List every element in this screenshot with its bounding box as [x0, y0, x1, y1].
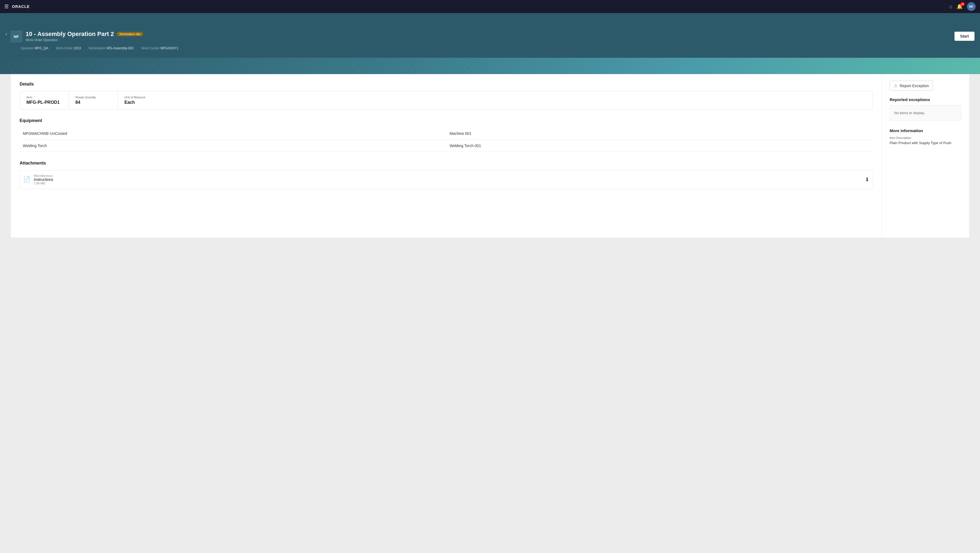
warning-icon: ⚠: [894, 83, 897, 88]
page-background: ‹ MF 10 - Assembly Operation Part 2 Work…: [0, 13, 980, 553]
more-information-title: More information: [889, 128, 961, 133]
attachment-info: Miscellaneous Instructions 2.98 MB: [34, 174, 865, 185]
main-container: Details Item MFG-PL-PROD1 Ready Quantity…: [11, 74, 969, 237]
attachment-file-icon: 📄: [23, 176, 30, 183]
top-navigation: ☰ ORACLE ⌂ 🔔 20 MF: [0, 0, 980, 13]
header-meta: Operator MFG_QA Work Order 1013 Workstat…: [0, 45, 980, 52]
equipment-name: Machine 001: [447, 127, 873, 140]
report-exception-label: Report Exception: [900, 84, 929, 88]
nav-left: ☰ ORACLE: [4, 3, 30, 10]
operation-avatar: MF: [10, 30, 22, 43]
uom-cell: Unit of Measure Each: [118, 91, 167, 109]
equipment-name: Welding Torch 001: [447, 140, 873, 152]
equipment-table: MFGMACHINE-UnCostedMachine 001Welding To…: [20, 127, 873, 152]
header-subtitle: Work Order Operation: [25, 38, 143, 42]
content-left: Details Item MFG-PL-PROD1 Ready Quantity…: [11, 74, 882, 237]
nav-right: ⌂ 🔔 20 MF: [949, 2, 976, 11]
notification-bell-icon[interactable]: 🔔 20: [956, 3, 963, 10]
more-information-section: More information Item Description Plain …: [889, 128, 961, 145]
details-grid: Item MFG-PL-PROD1 Ready Quantity 84 Unit…: [20, 91, 873, 110]
attachment-size: 2.98 MB: [34, 182, 865, 185]
equipment-row: Welding TorchWelding Torch 001: [20, 140, 873, 152]
home-icon[interactable]: ⌂: [949, 4, 952, 10]
report-exception-button[interactable]: ⚠ Report Exception: [889, 81, 933, 91]
equipment-section: Equipment MFGMACHINE-UnCostedMachine 001…: [20, 118, 873, 152]
header-left: ‹ MF 10 - Assembly Operation Part 2 Work…: [5, 30, 143, 43]
equipment-type: MFGMACHINE-UnCosted: [20, 127, 447, 140]
attachments-section: Attachments 📄 Miscellaneous Instructions…: [20, 161, 873, 189]
item-description-label: Item Description: [889, 136, 961, 139]
uom-value: Each: [124, 100, 160, 105]
header-content: ‹ MF 10 - Assembly Operation Part 2 Work…: [0, 26, 980, 45]
reported-exceptions-title: Reported exceptions: [889, 97, 961, 102]
attachments-title: Attachments: [20, 161, 873, 166]
item-label: Item: [26, 96, 62, 99]
meta-work-order: Work Order 1013: [56, 46, 81, 50]
ready-qty-label: Ready Quantity: [75, 96, 111, 99]
attachment-item: 📄 Miscellaneous Instructions 2.98 MB ⬇: [20, 170, 873, 189]
item-cell: Item MFG-PL-PROD1: [20, 91, 69, 109]
details-section: Details Item MFG-PL-PROD1 Ready Quantity…: [20, 82, 873, 110]
meta-operator: Operator MFG_QA: [21, 46, 48, 50]
uom-label: Unit of Measure: [124, 96, 160, 99]
equipment-row: MFGMACHINE-UnCostedMachine 001: [20, 127, 873, 140]
page-title: 10 - Assembly Operation Part 2: [25, 30, 114, 38]
item-value: MFG-PL-PROD1: [26, 100, 62, 105]
back-button[interactable]: ‹: [5, 31, 7, 37]
header-area: ‹ MF 10 - Assembly Operation Part 2 Work…: [0, 13, 980, 58]
header-title-row: 10 - Assembly Operation Part 2 Workstati…: [25, 30, 143, 38]
reported-exceptions-section: Reported exceptions No items to display.: [889, 97, 961, 121]
hamburger-menu-icon[interactable]: ☰: [4, 3, 9, 10]
no-items-display: No items to display.: [889, 105, 961, 121]
ready-qty-value: 84: [75, 100, 111, 105]
content-right: ⚠ Report Exception Reported exceptions N…: [882, 74, 969, 237]
user-avatar[interactable]: MF: [967, 2, 976, 11]
meta-workstation: Workstation WS-Assembly-001: [89, 46, 134, 50]
oracle-logo: ORACLE: [12, 4, 30, 9]
workstation-status-badge: Workstation idle: [116, 32, 143, 36]
item-description-value: Plain Product with Supply Type of Push: [889, 140, 961, 145]
ready-qty-cell: Ready Quantity 84: [69, 91, 118, 109]
meta-work-center: Work Center MFGASSY1: [141, 46, 178, 50]
attachment-category: Miscellaneous: [34, 174, 865, 177]
download-button[interactable]: ⬇: [865, 176, 869, 183]
header-title-group: 10 - Assembly Operation Part 2 Workstati…: [25, 30, 143, 42]
attachment-name: Instructions: [34, 177, 865, 182]
decorative-banner: [0, 58, 980, 74]
equipment-title: Equipment: [20, 118, 873, 123]
details-title: Details: [20, 82, 873, 87]
equipment-type: Welding Torch: [20, 140, 447, 152]
notification-badge: 20: [960, 2, 965, 6]
start-button[interactable]: Start: [955, 32, 975, 41]
